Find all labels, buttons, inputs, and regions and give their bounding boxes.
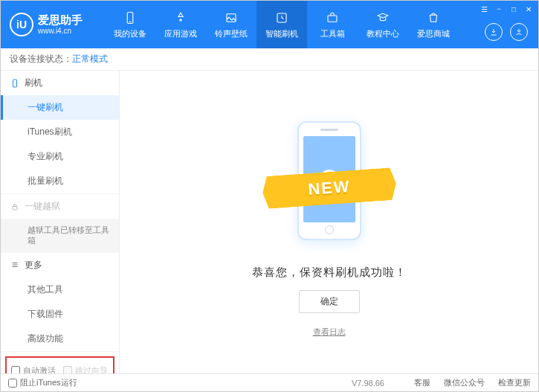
lock-icon [10,202,20,212]
success-illustration: NEW [255,106,404,255]
nav-label: 应用游戏 [164,28,197,39]
connection-status-bar: 设备连接状态： 正常模式 [1,48,538,71]
maximize-icon[interactable]: □ [509,4,519,14]
nav-label: 教程中心 [367,28,399,39]
toolbox-icon [325,10,340,25]
flash-options-box: 自动激活 跳过向导 [5,356,114,373]
sidebar-item-oneclick-flash[interactable]: 一键刷机 [1,95,119,120]
nav-label: 智能刷机 [265,28,298,39]
sidebar-section-label: 刷机 [25,77,42,89]
footer-link-support[interactable]: 客服 [414,377,430,388]
sidebar-section-label: 更多 [25,259,42,271]
svg-rect-5 [328,16,337,22]
sidebar-section-label: 一键越狱 [25,200,60,213]
apps-icon [173,10,188,25]
close-icon[interactable]: ✕ [523,4,534,14]
confirm-button[interactable]: 确定 [299,290,360,313]
sidebar: 刷机 一键刷机 iTunes刷机 专业刷机 批量刷机 一键越狱 越狱工具已转移至… [1,71,120,373]
brand-url: www.i4.cn [38,27,83,35]
nav-label: 我的设备 [114,28,146,39]
user-icon[interactable] [510,23,528,41]
auto-activate-checkbox[interactable]: 自动激活 [11,365,56,373]
nav-label: 爱思商城 [417,28,450,39]
nav-label: 铃声壁纸 [215,28,248,39]
device-icon [123,10,138,25]
tutorial-icon [375,10,390,25]
footer-link-check-update[interactable]: 检查更新 [498,377,531,388]
list-icon [10,260,20,270]
nav-apps-games[interactable]: 应用游戏 [155,1,206,48]
top-nav: 我的设备 应用游戏 铃声壁纸 智能刷机 工具箱 教程中心 [105,1,538,48]
checkbox-label: 阻止iTunes运行 [20,377,77,388]
nav-flash[interactable]: 智能刷机 [256,1,307,48]
checkbox-label: 自动激活 [23,365,56,373]
sidebar-item-download-firmware[interactable]: 下载固件 [1,302,119,327]
status-value: 正常模式 [72,53,108,65]
sidebar-item-pro-flash[interactable]: 专业刷机 [1,144,119,169]
sidebar-item-itunes-flash[interactable]: iTunes刷机 [1,120,119,144]
app-header: iU 爱思助手 www.i4.cn 我的设备 应用游戏 铃声壁纸 智能刷机 [1,1,538,48]
sidebar-item-advanced[interactable]: 高级功能 [1,327,119,351]
menu-icon[interactable]: ☰ [479,4,489,14]
nav-store[interactable]: 爱思商城 [408,1,459,48]
flash-section-icon [10,78,20,89]
success-message: 恭喜您，保资料刷机成功啦！ [252,266,407,280]
store-icon [426,10,441,25]
sidebar-section-jailbreak: 一键越狱 [1,194,119,219]
brand-block: iU 爱思助手 www.i4.cn [1,13,105,36]
nav-label: 工具箱 [320,28,345,39]
new-ribbon: NEW [261,167,397,209]
view-log-link[interactable]: 查看日志 [313,327,346,338]
window-controls: ☰ － □ ✕ [479,4,534,14]
version-label: V7.98.66 [352,379,384,388]
download-icon[interactable] [485,23,503,41]
skip-guide-checkbox[interactable]: 跳过向导 [63,365,108,373]
nav-toolbox[interactable]: 工具箱 [307,1,358,48]
wallpaper-icon [224,10,239,25]
nav-tutorials[interactable]: 教程中心 [358,1,408,48]
nav-my-device[interactable]: 我的设备 [105,1,155,48]
block-itunes-checkbox[interactable]: 阻止iTunes运行 [8,377,77,388]
jailbreak-moved-note: 越狱工具已转移至工具箱 [1,219,119,252]
checkbox-label: 跳过向导 [75,365,108,373]
svg-point-2 [180,19,181,20]
sidebar-item-other-tools[interactable]: 其他工具 [1,277,119,302]
minimize-icon[interactable]: － [494,4,504,14]
svg-rect-7 [13,80,17,87]
brand-logo: iU [10,13,33,36]
nav-ring-wallpaper[interactable]: 铃声壁纸 [206,1,256,48]
svg-point-6 [518,30,520,32]
status-label: 设备连接状态： [10,53,72,65]
footer-link-wechat[interactable]: 微信公众号 [444,377,485,388]
brand-title: 爱思助手 [38,14,83,27]
sidebar-section-flash[interactable]: 刷机 [1,71,119,95]
status-footer: 阻止iTunes运行 V7.98.66 客服 微信公众号 检查更新 [1,373,538,391]
main-panel: NEW 恭喜您，保资料刷机成功啦！ 确定 查看日志 [120,71,538,373]
flash-icon [274,10,289,25]
svg-rect-8 [13,206,17,210]
sidebar-section-more[interactable]: 更多 [1,253,119,277]
sidebar-item-batch-flash[interactable]: 批量刷机 [1,169,119,193]
